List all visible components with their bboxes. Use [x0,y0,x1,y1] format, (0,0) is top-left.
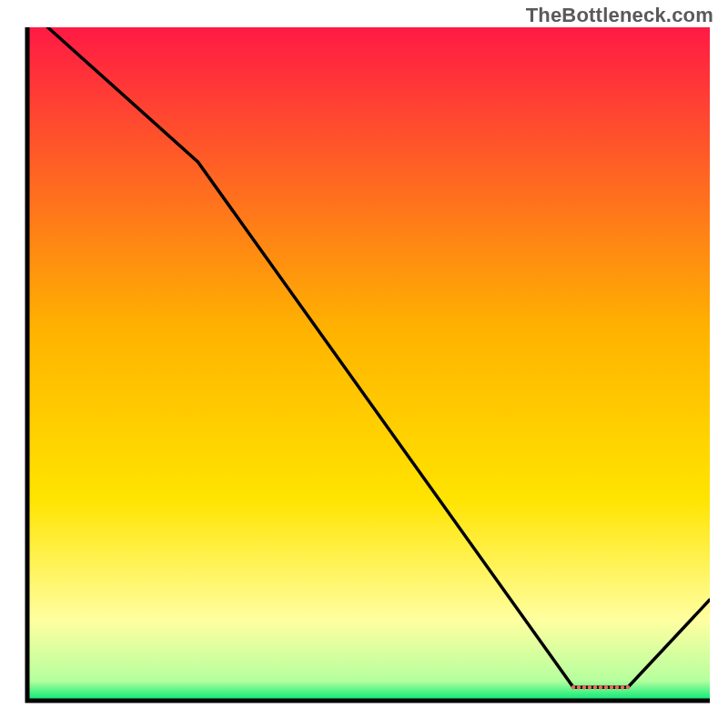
plot-area [27,27,710,701]
svg-point-6 [599,685,602,689]
svg-point-8 [610,685,613,689]
svg-point-4 [588,685,592,689]
svg-point-1 [571,685,575,689]
svg-point-11 [626,685,630,689]
chart-svg [0,0,728,728]
plot-background [27,27,710,701]
baseline-marker [571,685,630,689]
svg-point-5 [593,685,597,689]
svg-point-9 [615,685,619,689]
svg-point-3 [582,685,586,689]
chart-container: TheBottleneck.com [0,0,728,728]
svg-point-2 [577,685,581,689]
svg-point-7 [604,685,608,689]
svg-point-10 [621,685,624,689]
